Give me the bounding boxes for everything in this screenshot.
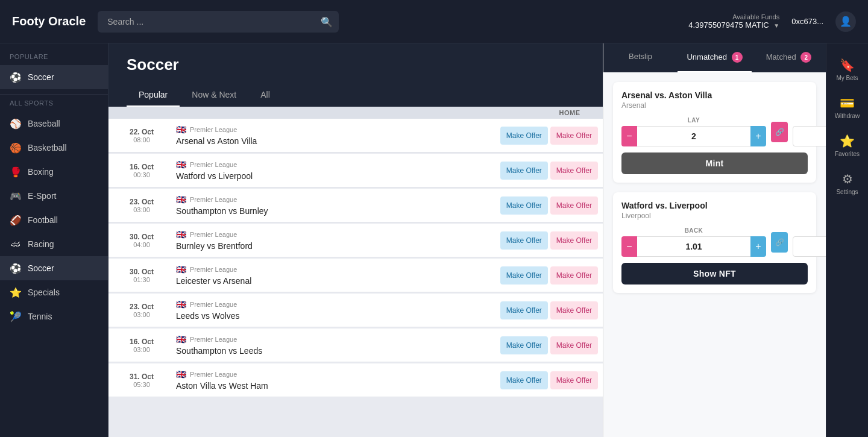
make-offer-lay-button[interactable]: Make Offer [550,266,598,285]
right-sidebar-withdraw[interactable]: 💳 Withdraw [826,91,868,124]
funds-area[interactable]: Available Funds 4.39755079475 MATIC ▼ [688,13,779,30]
bet-fields: BACK − + 🔗 STAKE 🔗 PROFIT [621,227,808,257]
table-row: 23. Oct 03:00 🇬🇧 Premier League Leeds vs… [108,294,603,327]
make-offer-lay-button[interactable]: Make Offer [550,336,598,354]
match-buttons: Make Offer Make Offer [500,162,598,180]
betslip-tabs: Betslip Unmatched 1 Matched 2 [603,43,826,72]
tab-matched[interactable]: Matched 2 [752,43,826,72]
match-name: Arsenal vs Aston Villa [176,136,493,146]
unmatched-badge: 1 [732,52,743,63]
sidebar-divider [0,94,108,95]
bet-field-group-2: STAKE [793,117,826,146]
match-name: Southampton vs Burnley [176,206,493,216]
right-sidebar-my-bets[interactable]: 🔖 My Bets [826,53,868,86]
content: Soccer Popular Now & Next All HOME 22. O… [108,43,826,437]
basketball-icon: 🏀 [10,142,22,154]
make-offer-back-button[interactable]: Make Offer [500,371,548,389]
match-buttons: Make Offer Make Offer [500,371,598,389]
sidebar-all-sports-label: All Sports [0,99,108,112]
make-offer-back-button[interactable]: Make Offer [500,266,548,285]
bet-field-input-2[interactable] [793,126,826,146]
sidebar-item-basketball[interactable]: 🏀 Basketball [0,136,108,160]
sidebar-popular-label: Populare [0,53,108,65]
tab-now-next[interactable]: Now & Next [180,84,248,107]
make-offer-lay-button[interactable]: Make Offer [550,371,598,389]
bet-minus-button-1[interactable]: − [621,236,637,257]
search-bar: 🔍 [98,11,339,33]
match-league: 🇬🇧 Premier League [176,369,493,379]
make-offer-back-button[interactable]: Make Offer [500,231,548,250]
match-date-col: 30. Oct 01:30 [115,268,169,283]
user-avatar[interactable]: 👤 [835,11,856,32]
sidebar-item-soccer-popular[interactable]: ⚽ Soccer [0,65,108,89]
make-offer-back-button[interactable]: Make Offer [500,162,548,180]
right-sidebar-settings[interactable]: ⚙ Settings [826,167,868,200]
sidebar-item-football[interactable]: 🏈 Football [0,208,108,232]
sidebar-item-racing[interactable]: 🏎 Racing [0,232,108,256]
bet-fields: LAY − + 🔗 STAKE 🔗 LIABILITY [621,117,808,146]
make-offer-back-button[interactable]: Make Offer [500,301,548,319]
bet-link-icon-1[interactable]: 🔗 [771,122,788,142]
match-info: 🇬🇧 Premier League Leicester vs Arsenal [169,265,500,286]
make-offer-back-button[interactable]: Make Offer [500,336,548,354]
match-date: 23. Oct [115,303,169,311]
sidebar-item-soccer[interactable]: ⚽ Soccer [0,256,108,280]
make-offer-lay-button[interactable]: Make Offer [550,196,598,215]
match-buttons: Make Offer Make Offer [500,266,598,285]
make-offer-lay-button[interactable]: Make Offer [550,162,598,180]
sidebar-item-specials[interactable]: ⭐ Specials [0,280,108,304]
header: Footy Oracle 🔍 Available Funds 4.3975507… [0,0,868,43]
wallet-address[interactable]: 0xc673... [791,17,823,26]
bet-field-input-1[interactable] [637,126,750,146]
tab-popular[interactable]: Popular [127,84,180,107]
match-time: 03:00 [115,346,169,353]
make-offer-back-button[interactable]: Make Offer [500,127,548,145]
flag-icon: 🇬🇧 [176,195,186,204]
bet-field-row-1: − + [621,236,766,257]
search-input[interactable] [98,11,339,33]
match-date-col: 16. Oct 03:00 [115,338,169,353]
flag-icon: 🇬🇧 [176,335,186,344]
match-date: 31. Oct [115,373,169,381]
search-icon-button[interactable]: 🔍 [321,16,333,27]
tab-all[interactable]: All [248,84,282,107]
matches-col-header: HOME [108,107,603,119]
my-bets-icon: 🔖 [840,58,855,72]
match-league: 🇬🇧 Premier League [176,335,493,344]
make-offer-back-button[interactable]: Make Offer [500,196,548,215]
bet-field-row-2 [793,126,826,146]
match-name: Burnley vs Brentford [176,241,493,251]
bet-field-input-2[interactable] [793,236,826,257]
sidebar-item-tennis[interactable]: 🎾 Tennis [0,304,108,329]
bet-field-group-1: BACK − + [621,227,766,257]
sidebar-item-boxing[interactable]: 🥊 Boxing [0,160,108,184]
bet-field-input-1[interactable] [637,236,750,257]
tab-betslip[interactable]: Betslip [603,43,678,72]
tennis-icon: 🎾 [10,310,22,322]
bet-plus-button-1[interactable]: + [750,126,766,146]
sidebar-item-esport[interactable]: 🎮 E-Sport [0,184,108,208]
make-offer-lay-button[interactable]: Make Offer [550,301,598,319]
bet-field-row-1: − + [621,126,766,146]
bet-link-icon-1[interactable]: 🔗 [771,232,788,253]
bet-card-subtitle: Arsenal [621,101,808,110]
match-date-col: 23. Oct 03:00 [115,303,169,318]
bet-action-button[interactable]: Mint [621,152,808,174]
match-info: 🇬🇧 Premier League Burnley vs Brentford [169,230,500,251]
bet-minus-button-1[interactable]: − [621,126,637,146]
league-name: Premier League [190,231,237,238]
bet-action-button[interactable]: Show NFT [621,263,808,285]
bet-plus-button-1[interactable]: + [750,236,766,257]
league-name: Premier League [190,266,237,273]
sidebar-item-baseball[interactable]: ⚾ Baseball [0,112,108,136]
league-name: Premier League [190,336,237,343]
match-name: Leicester vs Arsenal [176,276,493,286]
make-offer-lay-button[interactable]: Make Offer [550,231,598,250]
table-row: 16. Oct 03:00 🇬🇧 Premier League Southamp… [108,329,603,362]
bet-card-title: Arsenal vs. Aston Villa [621,90,808,100]
tab-unmatched[interactable]: Unmatched 1 [678,43,752,72]
table-row: 16. Oct 00:30 🇬🇧 Premier League Watford … [108,154,603,187]
right-sidebar-favorites[interactable]: ⭐ Favorites [826,129,868,162]
make-offer-lay-button[interactable]: Make Offer [550,127,598,145]
match-info: 🇬🇧 Premier League Southampton vs Leeds [169,335,500,356]
